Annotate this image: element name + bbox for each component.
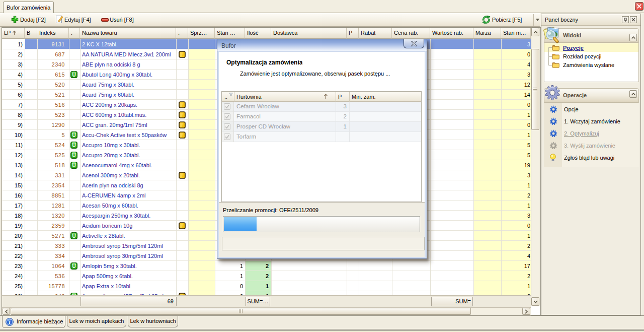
svg-text:U: U xyxy=(72,233,75,239)
svg-text:U: U xyxy=(72,143,75,148)
svg-text:U: U xyxy=(72,153,75,158)
svg-text:U: U xyxy=(72,132,75,138)
svg-text:U: U xyxy=(72,263,75,269)
svg-text:U: U xyxy=(72,163,75,168)
svg-text:U: U xyxy=(72,72,75,78)
